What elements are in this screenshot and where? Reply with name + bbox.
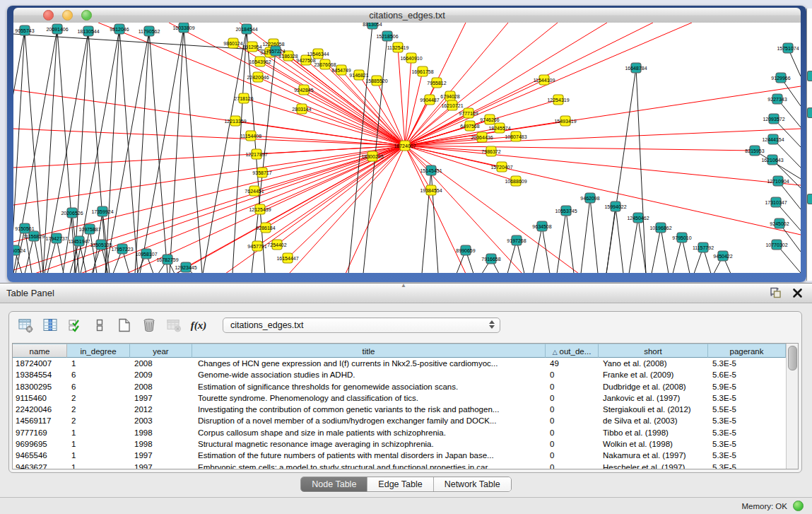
table-row[interactable]: 946362711997Embryonic stem cells: a mode… [13, 462, 786, 469]
scrollbar-thumb[interactable] [788, 346, 797, 370]
graph-node[interactable]: 11160524 [13, 245, 25, 255]
column-header[interactable]: short [599, 344, 708, 358]
graph-node[interactable]: 16640910 [400, 53, 422, 63]
graph-node[interactable]: 10975887 [78, 224, 100, 234]
delete-table-icon[interactable] [165, 316, 183, 334]
graph-node[interactable]: 9462098 [580, 193, 599, 203]
graph-node[interactable]: 9457791 [247, 241, 266, 251]
graph-node[interactable]: 7254402 [267, 240, 286, 250]
show-column-icon[interactable] [41, 316, 59, 334]
graph-node[interactable]: 12444154 [762, 134, 784, 144]
graph-node[interactable]: 17310347 [765, 197, 787, 207]
float-window-icon[interactable] [770, 287, 782, 299]
graph-node[interactable]: 16961758 [411, 66, 433, 76]
graph-node[interactable]: 10553745 [555, 206, 577, 216]
graph-node[interactable]: 11790562 [139, 26, 160, 36]
graph-node[interactable]: 9197268 [507, 235, 526, 245]
minimize-button[interactable] [62, 10, 73, 21]
graph-node[interactable]: 11325419 [387, 42, 409, 52]
graph-node[interactable]: 6497568 [460, 121, 479, 131]
graph-node[interactable]: 17942737 [45, 233, 67, 243]
graph-node[interactable]: 20364436 [471, 132, 493, 142]
column-header[interactable]: name [13, 344, 67, 358]
zoom-button[interactable] [81, 10, 92, 21]
tab-network-table[interactable]: Network Table [434, 477, 511, 491]
network-canvas[interactable]: 1872400798601248912954122260589427503165… [13, 23, 801, 273]
graph-node[interactable]: 2718126 [234, 93, 253, 103]
graph-node[interactable]: 16033809 [172, 23, 194, 33]
graph-node[interactable]: 9812046 [110, 24, 129, 34]
row-selector-icon[interactable] [90, 316, 109, 334]
graph-node[interactable]: 15720407 [490, 162, 512, 172]
graph-node[interactable]: 16543962 [249, 57, 271, 66]
graph-node[interactable]: 19384554 [420, 185, 442, 195]
graph-node[interactable]: 9634508 [532, 221, 551, 231]
graph-node[interactable]: 9286184 [256, 223, 275, 233]
graph-node[interactable]: 20691406 [46, 24, 68, 34]
table-row[interactable]: 911546021997Tourette syndrome. Phenomeno… [13, 392, 786, 404]
delete-column-icon[interactable] [140, 316, 158, 334]
graph-node[interactable]: 10196862 [649, 223, 671, 233]
table-scrollbar[interactable] [786, 344, 798, 469]
graph-node[interactable]: 8215953 [745, 146, 764, 156]
table-row[interactable]: 2242004622012Investigating the contribut… [13, 404, 786, 415]
graph-node[interactable]: 8813054 [363, 23, 382, 29]
table-row[interactable]: 977716911998Corpus callosum shape and si… [13, 427, 786, 438]
close-button[interactable] [43, 10, 54, 21]
column-header[interactable]: in_degree [67, 344, 130, 358]
graph-node[interactable]: 12213359 [224, 116, 246, 126]
create-column-icon[interactable] [115, 316, 134, 334]
graph-node[interactable]: 7916658 [481, 254, 500, 264]
graph-node[interactable]: 2803144 [292, 104, 311, 114]
graph-node[interactable]: 9904487 [420, 95, 439, 105]
table-selector-dropdown[interactable]: citations_edges.txt [223, 317, 500, 333]
table-row[interactable]: 1830029562008Estimation of significance … [13, 381, 786, 392]
graph-node[interactable]: 20206526 [61, 208, 83, 218]
graph-node[interactable]: 12093572 [763, 114, 784, 124]
graph-node[interactable]: 18130544 [77, 26, 99, 36]
graph-node[interactable]: 11157792 [693, 243, 714, 252]
graph-node[interactable]: 10770302 [765, 240, 787, 250]
graph-node[interactable]: 9795010 [672, 233, 691, 243]
graph-node[interactable]: 10688609 [505, 176, 526, 186]
column-header[interactable]: △out_de... [546, 344, 599, 358]
graph-node[interactable]: 9860124 [223, 38, 242, 48]
table-options-icon[interactable] [16, 316, 35, 334]
column-header[interactable]: year [130, 344, 192, 358]
tab-node-table[interactable]: Node Table [301, 477, 367, 491]
graph-node[interactable]: 8990659 [456, 245, 475, 255]
graph-node[interactable]: 15885520 [365, 76, 387, 86]
table-row[interactable]: 946554611997Estimation of the future num… [13, 450, 786, 461]
network-graph[interactable]: 1872400798601248912954122260589427503165… [13, 23, 801, 273]
graph-node[interactable]: 9055743 [15, 25, 34, 35]
graph-node[interactable]: 17957223 [111, 244, 133, 254]
graph-node[interactable]: 15994022 [604, 201, 626, 211]
tab-edge-table[interactable]: Edge Table [367, 477, 433, 491]
table-row[interactable]: 969969511998Structural magnetic resonanc… [13, 438, 786, 450]
graph-node[interactable]: 9358717 [252, 168, 271, 177]
graph-node[interactable]: 17359924 [91, 206, 113, 216]
graph-node[interactable]: 9129966 [771, 73, 790, 83]
graph-node[interactable]: 16782759 [156, 255, 178, 264]
graph-node[interactable]: 15751074 [777, 43, 799, 53]
column-header[interactable]: title [192, 344, 546, 358]
graph-node[interactable]: 9227343 [767, 94, 787, 104]
graph-node[interactable]: 16648784 [625, 63, 647, 73]
network-window-titlebar[interactable]: citations_edges.txt [13, 8, 801, 23]
graph-node[interactable]: 12710904 [767, 176, 789, 186]
graph-node[interactable]: 16154447 [276, 253, 298, 263]
function-builder-icon[interactable]: f(x) [189, 316, 208, 334]
graph-node[interactable]: 15493419 [554, 116, 576, 126]
column-header[interactable]: pagerank [708, 344, 786, 358]
graph-node[interactable]: 9245002 [770, 218, 789, 228]
table-row[interactable]: 1872400712008Changes of HCN gene express… [13, 358, 786, 369]
graph-node[interactable]: 10807483 [505, 132, 526, 141]
graph-node[interactable]: 15145451 [420, 165, 442, 175]
graph-node[interactable]: 12450462 [627, 213, 649, 223]
table-row[interactable]: 1456911722003Disruption of a novel membe… [13, 415, 786, 426]
graph-node[interactable]: 12254319 [547, 95, 569, 105]
graph-node[interactable]: 9450422 [713, 251, 732, 261]
table-row[interactable]: 1938455462009Genome-wide association stu… [13, 369, 786, 380]
graph-node[interactable]: 15218506 [376, 31, 398, 41]
graph-node[interactable]: 7955812 [427, 78, 446, 88]
